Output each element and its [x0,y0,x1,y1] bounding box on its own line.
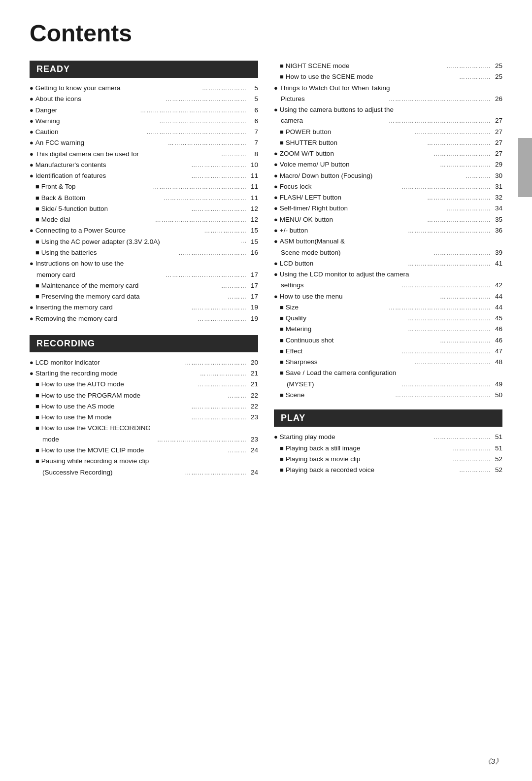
toc-dots: ………………………………… [164,194,247,204]
bullet-icon: ● [274,291,278,302]
toc-page: 27 [493,115,502,126]
bullet-icon: ■ [35,401,39,411]
toc-page: 23 [248,434,258,445]
list-item: ●Connecting to a Power Source…………..……15 [30,225,258,236]
toc-page: 44 [493,302,502,313]
toc-page: 34 [493,203,502,214]
right-top-list: ■NIGHT SCENE mode…………………25■How to use th… [274,61,502,401]
toc-label: Playing back a still image [286,443,451,454]
bullet-icon: ● [274,258,278,269]
toc-page: 46 [493,335,502,346]
list-item: ●Danger…………………..………………………6 [30,105,258,116]
toc-page: 20 [248,357,258,368]
toc-page: 16 [248,247,258,258]
toc-label: Metering [286,324,406,335]
toc-dots: ………………… [202,84,247,94]
toc-label: Focus lock [280,181,400,192]
toc-label: Instructions on how to use the [35,258,258,269]
list-item: ●+/- button…………………………………36 [274,225,502,236]
list-item: ■Continuous shot……………………46 [274,335,502,346]
bullet-icon: ■ [35,390,39,401]
list-item: ■Front & Top…………..…………………………11 [30,181,258,192]
list-item: ●LCD button…………………………………41 [274,258,502,269]
list-item: ●Identification of features…………..…………11 [30,170,258,181]
toc-dots: ………………………… [427,193,491,203]
bullet-icon: ■ [280,357,284,367]
toc-label: How to use the SCENE mode [286,71,458,82]
toc-page: 10 [248,160,258,170]
toc-dots: ……………………………………… [395,391,491,401]
toc-dots: ……………… [453,455,491,465]
bullet-icon: ■ [35,412,39,422]
list-item: ●MENU/ OK button…………………………35 [274,214,502,225]
toc-label: Inserting the memory card [35,302,190,313]
toc-page: 21 [248,368,258,379]
list-item: ■Back & Bottom…………………………………11 [30,193,258,204]
toc-dots: …………………………………… [401,281,491,291]
toc-dots: …………..………… [191,204,247,214]
toc-dots: …………..………… [191,161,247,170]
bullet-icon: ■ [280,390,284,400]
toc-page: 19 [248,302,258,313]
bullet-icon: ● [274,83,278,93]
bullet-icon: ■ [280,71,284,82]
list-item: ■Effect……………………………………47 [274,346,502,357]
list-item: ■How to use the MOVIE CLIP mode………24 [30,445,258,456]
toc-label: LCD monitor indicator [35,357,183,368]
toc-dots: ……………………………… [414,358,491,368]
toc-label: How to use the VOICE RECORDING [41,423,258,434]
recording-header: RECORDING [30,335,258,352]
toc-dots: …………… [459,466,491,475]
play-section: PLAY ●Starting play mode………………………51■Play… [274,409,502,475]
bullet-icon: ● [274,192,278,203]
toc-label: Continuous shot [286,335,438,346]
bullet-icon: ● [30,357,33,368]
toc-label: Caution [35,127,145,137]
toc-cont-label: Pictures [281,94,387,104]
toc-label: Using the LCD monitor to adjust the came… [280,269,502,280]
bullet-icon: ■ [280,302,284,312]
toc-label: SHUTTER button [286,137,426,148]
toc-dots: …………..…………………… [166,95,247,104]
list-item: ●Removing the memory card…………..………19 [30,313,258,324]
toc-label: Connecting to a Power Source [35,225,202,236]
toc-dots: …………..…………… [185,468,247,478]
toc-page: 25 [493,61,502,71]
toc-dots: ··· [240,238,247,247]
toc-label: Size [286,302,387,313]
toc-dots: ………………..……………… [166,271,247,280]
bullet-icon: ■ [280,61,284,71]
toc-dots: …………..……… [198,314,247,324]
toc-label: How to use the M mode [41,412,190,423]
toc-dots: ……… [228,292,247,302]
toc-page: 22 [248,390,258,401]
bullet-icon: ■ [35,423,39,433]
bullet-icon: ● [30,127,33,137]
toc-dots: …………………… [440,160,491,170]
list-item: ●About the icons…………..……………………5 [30,94,258,104]
bullet-icon: ■ [280,454,284,464]
list-item: ■Playing back a still image………………51 [274,443,502,454]
list-item: ●How to use the menu……………………44 [274,291,502,302]
list-item: ■How to use the SCENE mode……………25 [274,71,502,82]
toc-dots: ………..………… [198,380,247,390]
toc-page: 45 [493,313,502,324]
list-item: ●Starting the recording mode………….………21 [30,368,258,379]
toc-label: This digital camera can be used for [35,149,220,160]
bullet-icon: ● [30,116,33,126]
toc-page: 46 [493,324,502,335]
toc-dots: ………… [466,171,491,181]
list-item: ■How to use the VOICE RECORDINGmode………….… [30,423,258,445]
bullet-icon: ● [274,432,278,442]
list-item: ■Sharpness………………………………48 [274,357,502,368]
toc-label: Preserving the memory card data [41,291,226,302]
bullet-icon: ■ [35,247,39,258]
toc-label: How to use the MOVIE CLIP mode [41,445,226,456]
list-item: ■Save / Load the camera configuration(MY… [274,368,502,390]
toc-page: 7 [248,127,258,137]
bullet-icon: ● [30,170,33,181]
play-header: PLAY [274,409,502,427]
toc-label: +/- button [280,225,406,236]
toc-label: Danger [35,105,138,116]
toc-cont-label: memory card [36,270,164,280]
